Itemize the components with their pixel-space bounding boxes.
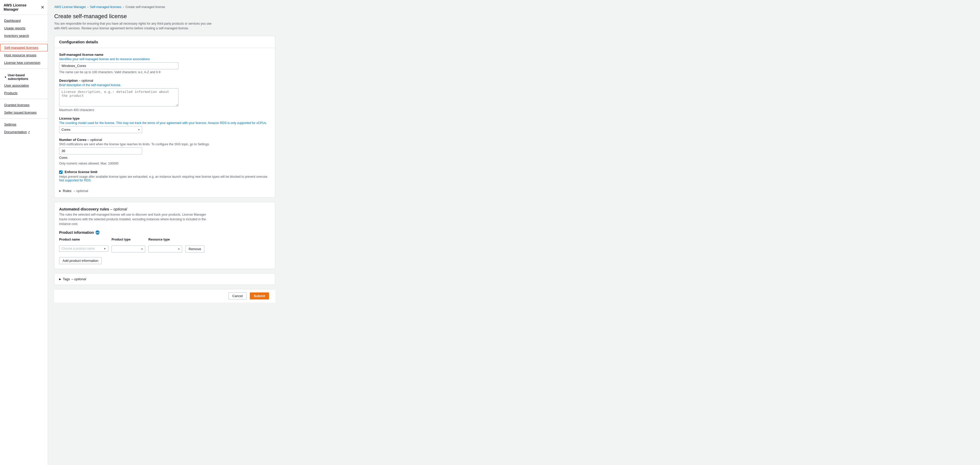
sidebar-divider-1 xyxy=(0,41,48,42)
description-group: Description – optional Brief description… xyxy=(59,79,270,112)
product-type-select-wrapper xyxy=(111,245,145,253)
number-input-row: Cores Only numeric values allowed. Max: … xyxy=(59,147,270,165)
license-name-link[interactable]: Identifies your self-managed license and… xyxy=(59,57,270,61)
tags-optional-label: – optional xyxy=(72,277,86,281)
page-subtitle: You are responsible for ensuring that yo… xyxy=(54,21,215,30)
number-label: Number of Cores – optional xyxy=(59,138,270,142)
enforce-desc: Helps prevent usage after available lice… xyxy=(59,175,270,182)
description-label: Description – optional xyxy=(59,79,270,83)
add-product-button[interactable]: Add product information xyxy=(59,257,102,264)
product-type-select[interactable] xyxy=(111,245,145,253)
number-sub-hint: Only numeric values allowed. Max: 100000 xyxy=(59,162,270,165)
license-name-label: Self-managed license name xyxy=(59,53,270,57)
rules-label: Rules xyxy=(63,189,72,193)
license-name-input[interactable] xyxy=(59,62,178,69)
configuration-panel-body: Self-managed license name Identifies you… xyxy=(54,48,275,197)
sidebar-close-button[interactable]: ✕ xyxy=(41,5,44,10)
breadcrumb-sep-2: › xyxy=(123,6,124,9)
product-name-column-header: Product name xyxy=(59,238,108,242)
sidebar-item-host-resource-groups[interactable]: Host resource groups xyxy=(0,51,48,59)
sidebar-item-products[interactable]: Products xyxy=(0,89,48,97)
sidebar-item-self-managed-licenses[interactable]: Self-managed licenses xyxy=(0,44,48,51)
enforce-group: Enforce license limit Helps prevent usag… xyxy=(59,170,270,182)
resource-type-cell xyxy=(148,245,182,253)
discovery-panel-body: Automated discovery rules – optional The… xyxy=(54,202,275,269)
tags-label: Tags xyxy=(63,277,70,281)
product-info-tooltip-icon[interactable]: Info xyxy=(95,231,100,234)
discovery-desc: The rules the selected self-managed lice… xyxy=(59,212,215,226)
sidebar-item-seller-issued-licenses[interactable]: Seller issued licenses xyxy=(0,109,48,116)
enforce-checkbox-group: Enforce license limit xyxy=(59,170,270,174)
sidebar-item-usage-reports[interactable]: Usage reports xyxy=(0,24,48,32)
sidebar-item-user-association[interactable]: User association xyxy=(0,82,48,89)
external-link-icon: ↗ xyxy=(28,131,30,134)
configuration-panel-header: Configuration details xyxy=(54,36,275,48)
breadcrumb: AWS License Manager › Self-managed licen… xyxy=(54,5,275,9)
sidebar-item-settings[interactable]: Settings xyxy=(0,121,48,128)
number-hint: SNS notifications are sent when the lice… xyxy=(59,142,270,146)
product-type-column-header: Product type xyxy=(111,238,145,242)
not-supported-rds-link[interactable]: Not supported for RDS. xyxy=(59,178,92,182)
tags-panel: ▶ Tags – optional xyxy=(54,273,275,285)
license-type-select[interactable]: Cores vCPUs Sockets Instances xyxy=(59,126,142,133)
footer-bar: Cancel Submit xyxy=(54,289,275,303)
enforce-label[interactable]: Enforce license limit xyxy=(65,170,97,174)
product-name-placeholder: Choose a product name xyxy=(62,247,95,250)
sidebar-header: AWS License Manager ✕ xyxy=(0,0,48,15)
cancel-button[interactable]: Cancel xyxy=(228,293,247,299)
main-content: AWS License Manager › Self-managed licen… xyxy=(48,0,980,465)
resource-type-select[interactable] xyxy=(148,245,182,253)
product-table-row: Choose a product name ▼ xyxy=(59,245,270,253)
submit-button[interactable]: Submit xyxy=(250,293,269,299)
app-name: AWS License Manager xyxy=(4,3,41,11)
license-type-group: License type The counting model used for… xyxy=(59,116,270,133)
sidebar-navigation: Dashboard Usage reports Inventory search… xyxy=(0,15,48,465)
sidebar-section-user-subscriptions: ▼ User-based subscriptions xyxy=(0,71,48,82)
resource-type-column-header: Resource type xyxy=(148,238,182,242)
sidebar-divider-4 xyxy=(0,118,48,119)
number-of-cores-group: Number of Cores – optional SNS notificat… xyxy=(59,138,270,165)
discovery-panel: Automated discovery rules – optional The… xyxy=(54,202,275,269)
product-name-cell: Choose a product name ▼ xyxy=(59,245,108,252)
product-type-cell xyxy=(111,245,145,253)
description-textarea[interactable] xyxy=(59,88,178,107)
page-title: Create self-managed license xyxy=(54,13,275,20)
sidebar: AWS License Manager ✕ Dashboard Usage re… xyxy=(0,0,48,465)
sidebar-item-documentation[interactable]: Documentation ↗ xyxy=(0,128,48,136)
sidebar-divider-2 xyxy=(0,68,48,69)
license-type-label: License type xyxy=(59,116,270,120)
configuration-panel: Configuration details Self-managed licen… xyxy=(54,36,275,198)
license-type-select-wrapper: Cores vCPUs Sockets Instances xyxy=(59,126,142,133)
tags-collapsible[interactable]: ▶ Tags – optional xyxy=(54,274,275,285)
product-info-header: Product information Info xyxy=(59,231,270,234)
breadcrumb-sep-1: › xyxy=(88,6,88,9)
enforce-checkbox[interactable] xyxy=(59,170,62,174)
resource-type-select-wrapper xyxy=(148,245,182,253)
user-subscriptions-chevron: ▼ xyxy=(4,76,7,79)
rules-optional-label: – optional xyxy=(73,189,88,193)
breadcrumb-current: Create self-managed license xyxy=(125,5,165,9)
license-name-group: Self-managed license name Identifies you… xyxy=(59,53,270,74)
description-maxchars: Maximum 400 characters xyxy=(59,108,270,112)
rules-triangle-icon: ▶ xyxy=(59,190,61,192)
remove-cell: Remove xyxy=(185,245,204,253)
remove-button[interactable]: Remove xyxy=(185,245,204,253)
description-link[interactable]: Brief description of the self-managed li… xyxy=(59,83,270,87)
discovery-header: Automated discovery rules – optional xyxy=(59,207,270,211)
unit-label: Cores xyxy=(59,156,270,159)
sidebar-item-granted-licenses[interactable]: Granted licenses xyxy=(0,101,48,109)
breadcrumb-link-self-managed[interactable]: Self-managed licenses xyxy=(90,5,121,9)
sidebar-item-dashboard[interactable]: Dashboard xyxy=(0,17,48,24)
tags-triangle-icon: ▶ xyxy=(59,278,61,280)
sidebar-item-license-type-conversion[interactable]: License type conversion xyxy=(0,59,48,67)
number-input[interactable] xyxy=(59,147,142,154)
breadcrumb-link-license-manager[interactable]: AWS License Manager xyxy=(54,5,86,9)
product-table-header: Product name Product type Resource type xyxy=(59,238,270,242)
rules-collapsible[interactable]: ▶ Rules – optional xyxy=(59,187,270,193)
license-type-link[interactable]: The counting model used for the license.… xyxy=(59,121,270,125)
product-name-dropdown[interactable]: Choose a product name ▼ xyxy=(59,245,108,252)
sidebar-item-inventory-search[interactable]: Inventory search xyxy=(0,32,48,40)
license-name-hint: The name can be up to 100 characters. Va… xyxy=(59,70,270,74)
product-name-chevron-icon: ▼ xyxy=(103,247,106,250)
